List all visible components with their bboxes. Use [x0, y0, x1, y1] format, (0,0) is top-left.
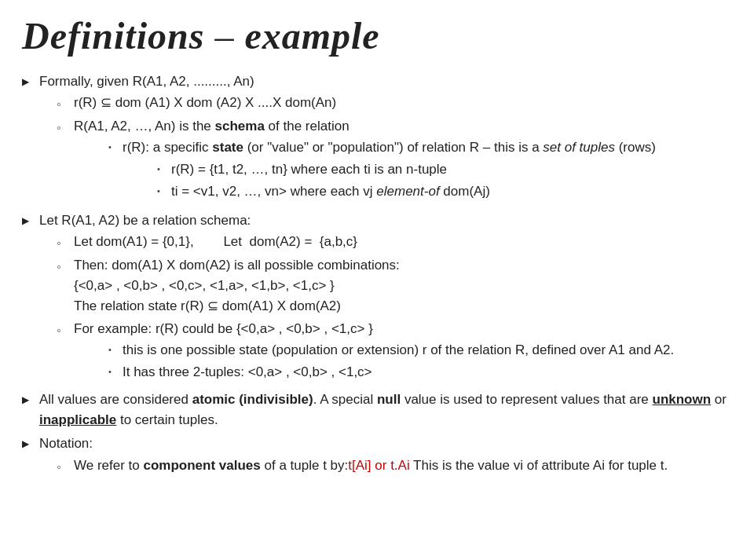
bullet-small [108, 362, 123, 379]
item-text: r(R): a specific state (or "value" or "p… [123, 137, 732, 203]
list-item: Notation: We refer to component values o… [22, 434, 732, 478]
title-main: Definitions [22, 15, 204, 57]
list-item: Let R(A1, A2) be a relation schema: Let … [22, 210, 732, 386]
bullet-circle [57, 456, 74, 478]
list-item: We refer to component values of a tuple … [57, 456, 732, 478]
list-item: It has three 2-tuples: <0,a> , <0,b> , <… [108, 362, 732, 382]
list-item: r(R): a specific state (or "value" or "p… [108, 137, 732, 203]
item-text: r(R) ⊆ dom (A1) X dom (A2) X ....X dom(A… [74, 93, 732, 113]
bullet-circle [57, 319, 74, 341]
list-item: ti = <v1, v2, …, vn> where each vj eleme… [157, 181, 732, 202]
main-content: Formally, given R(A1, A2, ........., An)… [22, 71, 732, 479]
bullet-small [157, 159, 171, 176]
item-text: Let dom(A1) = {0,1}, Let dom(A2) = {a,b,… [74, 232, 732, 252]
item-text: For example: r(R) could be {<0,a> , <0,b… [74, 319, 732, 385]
bullet-small [108, 340, 123, 357]
bullet-circle [57, 116, 74, 138]
bullet-circle [57, 255, 74, 277]
list-item: For example: r(R) could be {<0,a> , <0,b… [57, 319, 732, 385]
item-text: this is one possible state (population o… [123, 340, 732, 361]
item-text: R(A1, A2, …, An) is the schema of the re… [74, 116, 732, 205]
bullet-arrow [22, 434, 39, 452]
list-item: r(R) ⊆ dom (A1) X dom (A2) X ....X dom(A… [57, 93, 732, 115]
list-item: Formally, given R(A1, A2, ........., An)… [22, 71, 732, 207]
list-item: All values are considered atomic (indivi… [22, 390, 732, 431]
item-text: Notation: We refer to component values o… [39, 434, 732, 478]
title-sub: example [244, 15, 379, 57]
list-item: Then: dom(A1) X dom(A2) is all possible … [57, 255, 732, 317]
item-text: r(R) = {t1, t2, …, tn} where each ti is … [171, 159, 732, 180]
bullet-circle [57, 232, 74, 254]
bullet-circle [57, 93, 74, 115]
list-item: this is one possible state (population o… [108, 340, 732, 361]
page-title: Definitions – example [22, 14, 732, 57]
bullet-arrow [22, 210, 39, 229]
bullet-small [108, 137, 123, 154]
bullet-arrow [22, 390, 39, 408]
list-item: Let dom(A1) = {0,1}, Let dom(A2) = {a,b,… [57, 232, 732, 254]
item-text: We refer to component values of a tuple … [74, 456, 732, 476]
item-text: ti = <v1, v2, …, vn> where each vj eleme… [171, 181, 732, 202]
item-text: Formally, given R(A1, A2, ........., An)… [39, 71, 732, 207]
list-item: r(R) = {t1, t2, …, tn} where each ti is … [157, 159, 732, 180]
item-text: Let R(A1, A2) be a relation schema: Let … [39, 210, 732, 386]
item-text: All values are considered atomic (indivi… [39, 390, 732, 431]
item-text: It has three 2-tuples: <0,a> , <0,b> , <… [123, 362, 732, 382]
list-item: R(A1, A2, …, An) is the schema of the re… [57, 116, 732, 205]
bullet-arrow [22, 71, 39, 90]
item-text: Then: dom(A1) X dom(A2) is all possible … [74, 255, 732, 317]
bullet-small [157, 181, 171, 198]
